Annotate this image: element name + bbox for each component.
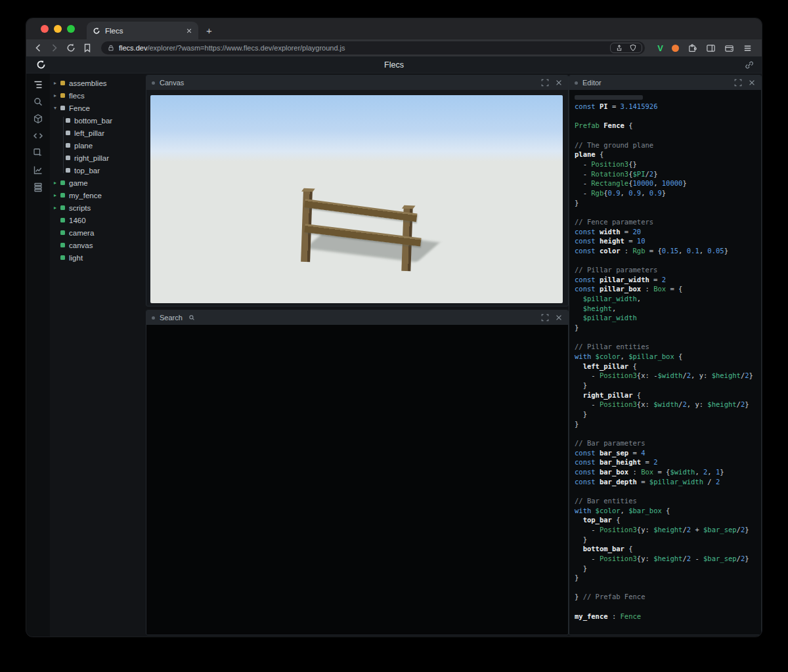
editor-panel: Editor const PI = 3.1415926 Prefab Fence… (569, 75, 762, 635)
entity-square-icon (66, 143, 70, 148)
entity-square-icon (60, 230, 65, 235)
brave-vpn-icon[interactable]: V (657, 44, 663, 52)
entity-square-icon (66, 131, 70, 135)
tree-item-right_pillar[interactable]: right_pillar (50, 152, 146, 164)
tree-item-1460[interactable]: 1460 (50, 214, 146, 226)
entity-square-icon (66, 168, 70, 173)
omnibox-actions (610, 43, 642, 53)
extension-badge-icon[interactable] (672, 45, 679, 52)
tree-item-label: top_bar (74, 167, 100, 175)
extensions-puzzle-icon[interactable] (688, 43, 697, 53)
panel-dot-icon (152, 81, 155, 85)
browser-tab[interactable]: Flecs (87, 22, 198, 39)
tree-item-label: left_pillar (74, 129, 104, 137)
tree-item-canvas[interactable]: canvas (50, 239, 146, 251)
tree-item-label: 1460 (69, 217, 86, 224)
expand-panel-icon[interactable] (541, 79, 549, 87)
chevron-down-icon[interactable]: ▾ (54, 105, 60, 111)
code-line: } (575, 381, 761, 390)
code-line: top_bar { (575, 515, 761, 525)
tree-item-bottom_bar[interactable]: bottom_bar (50, 114, 146, 127)
code-line: - Rectangle{10000, 10000} (575, 178, 761, 188)
code-line: const width = 20 (575, 227, 761, 237)
code-line (575, 256, 761, 266)
tree-item-label: game (69, 179, 88, 187)
tree-item-camera[interactable]: camera (50, 226, 146, 239)
code-line: const pillar_box : Box = { (575, 284, 761, 294)
chevron-right-icon[interactable]: ▸ (54, 93, 60, 98)
code-line (575, 112, 761, 121)
brave-shield-icon[interactable] (629, 44, 637, 52)
tree-item-label: assemblies (69, 79, 107, 87)
tree-item-label: plane (74, 142, 93, 150)
code-line: } (575, 198, 761, 208)
code-line: - Rgb{0.9, 0.9, 0.9} (575, 188, 761, 198)
tree-item-plane[interactable]: plane (50, 139, 146, 152)
entity-square-icon (60, 106, 65, 110)
menu-icon[interactable] (743, 43, 753, 53)
code-line: // Bar parameters (575, 438, 761, 448)
tree-item-scripts[interactable]: ▸scripts (50, 201, 146, 214)
pillar-top-face (301, 188, 315, 192)
code-line: $height, (575, 304, 761, 314)
flecs-logo-icon[interactable] (36, 60, 46, 70)
tree-item-left_pillar[interactable]: left_pillar (50, 127, 146, 139)
wallet-icon[interactable] (724, 43, 734, 53)
entity-square-icon (60, 255, 65, 260)
reload-icon[interactable] (66, 43, 76, 53)
expand-panel-icon[interactable] (541, 314, 549, 322)
search-panel-actions (541, 314, 563, 322)
back-icon[interactable] (33, 43, 43, 53)
code-line (575, 602, 761, 612)
tab-close-icon[interactable] (186, 28, 192, 34)
tree-item-my_fence[interactable]: ▸my_fence (50, 189, 146, 201)
code-line: my_fence : Fence (575, 612, 761, 621)
zoom-window-button[interactable] (67, 25, 75, 33)
sidebar-panel-icon[interactable] (706, 43, 716, 53)
close-panel-icon[interactable] (555, 314, 563, 322)
tree-item-top_bar[interactable]: top_bar (50, 164, 146, 177)
code-line: const pillar_width = 2 (575, 275, 761, 285)
panel-dot-icon (575, 81, 578, 85)
code-line: bottom_bar { (575, 544, 761, 554)
bookmark-icon[interactable] (82, 43, 93, 53)
canvas-3d-viewport[interactable] (150, 95, 563, 303)
chevron-right-icon[interactable]: ▸ (54, 205, 60, 211)
permalink-icon[interactable] (745, 60, 754, 70)
share-icon[interactable] (615, 44, 623, 52)
code-line: // The ground plane (575, 140, 761, 150)
stats-chart-icon[interactable] (33, 165, 43, 175)
address-bar[interactable]: flecs.dev/explorer/?wasm=https://www.fle… (101, 41, 645, 54)
tree-item-assemblies[interactable]: ▸assemblies (50, 77, 146, 89)
tree-item-game[interactable]: ▸game (50, 177, 146, 189)
chevron-right-icon[interactable]: ▸ (54, 180, 60, 186)
tree-view-icon[interactable] (33, 79, 43, 90)
minimize-window-button[interactable] (54, 25, 62, 33)
new-tab-button[interactable]: + (206, 26, 212, 35)
code-line: - Position3{x: -$width/2, y: $height/2} (575, 371, 761, 381)
forward-icon[interactable] (49, 43, 60, 53)
code-icon[interactable] (33, 131, 43, 141)
code-area[interactable]: const PI = 3.1415926 Prefab Fence { // T… (569, 90, 761, 635)
search-icon[interactable] (33, 96, 43, 107)
entity-square-icon (60, 81, 65, 85)
search-results-area[interactable] (146, 325, 568, 635)
tree-item-Fence[interactable]: ▾Fence (50, 102, 146, 114)
chevron-right-icon[interactable]: ▸ (54, 80, 60, 86)
entities-cube-icon[interactable] (33, 114, 43, 124)
chevron-right-icon[interactable]: ▸ (54, 192, 60, 198)
tree-item-light[interactable]: light (50, 251, 146, 264)
canvas-panel-title: Canvas (160, 79, 184, 87)
close-panel-icon[interactable] (555, 79, 563, 87)
inspector-icon[interactable] (33, 148, 43, 158)
tables-rows-icon[interactable] (33, 182, 43, 192)
code-line: const bar_sep = 4 (575, 448, 761, 458)
browser-toolbar: flecs.dev/explorer/?wasm=https://www.fle… (26, 39, 762, 56)
close-window-button[interactable] (41, 25, 49, 33)
entity-tree: ▸assemblies▸flecs▾Fencebottom_barleft_pi… (50, 74, 146, 637)
tree-item-flecs[interactable]: ▸flecs (50, 89, 146, 102)
close-panel-icon[interactable] (748, 79, 756, 87)
search-magnifier-icon (188, 314, 195, 321)
editor-panel-header: Editor (569, 75, 761, 90)
expand-panel-icon[interactable] (734, 79, 742, 87)
